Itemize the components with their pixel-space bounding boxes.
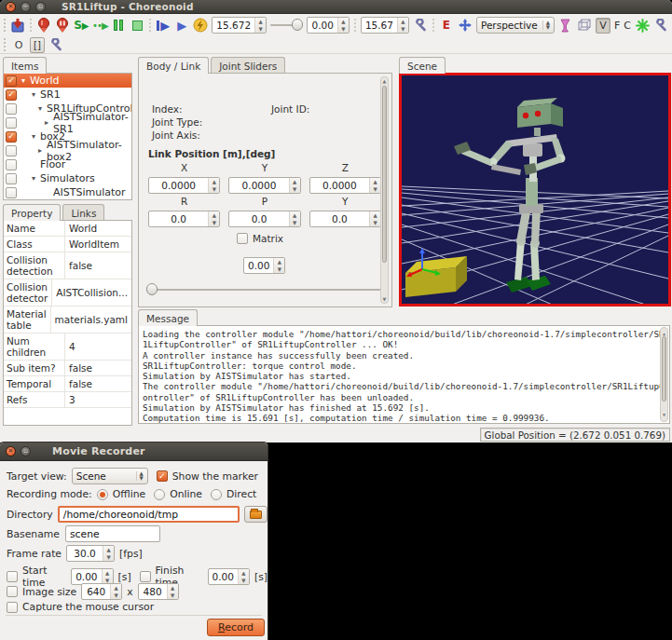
item-check[interactable] (6, 131, 17, 143)
capture-cursor-checkbox[interactable] (7, 602, 18, 613)
tree-item-aistsimulator-box2[interactable]: ▸ AISTSimulator-box2 (4, 143, 131, 157)
tab-links[interactable]: Links (62, 204, 104, 220)
item-check[interactable] (6, 145, 17, 157)
vertex-toggle-button[interactable]: V (596, 18, 610, 34)
record-button[interactable]: Record (207, 619, 265, 636)
time-sync-icon[interactable] (193, 17, 208, 34)
item-check[interactable] (6, 117, 17, 129)
property-value[interactable]: false (65, 376, 131, 391)
stop-simulation-icon[interactable] (130, 17, 144, 34)
offline-label[interactable]: Offline (113, 488, 145, 500)
tab-message[interactable]: Message (138, 309, 198, 326)
image-size-checkbox[interactable] (7, 586, 18, 597)
collision-lines-icon[interactable] (558, 17, 573, 34)
current-time-spinbox[interactable]: 15.672 ▲▼ (212, 17, 267, 34)
start-time-checkbox[interactable] (7, 571, 18, 582)
dialog-titlebar[interactable]: ✕ ▫ Movie Recorder (0, 443, 267, 461)
joint-slider-knob[interactable] (146, 283, 158, 295)
item-check[interactable] (6, 89, 17, 101)
min-time-value[interactable]: 0.00 (308, 18, 336, 33)
timebar-config-icon[interactable] (413, 17, 428, 34)
property-row[interactable]: Collision detectionfalse (4, 252, 131, 279)
start-simulation-icon[interactable] (36, 17, 51, 34)
scrollbar-thumb[interactable] (382, 86, 387, 263)
tab-joint-sliders[interactable]: Joint Sliders (211, 57, 285, 73)
camera-select-combo[interactable]: Perspective ▲▼ (476, 17, 555, 34)
bodylink-scrollbar[interactable]: ▲ ▼ (380, 76, 389, 304)
expand-arrow[interactable]: ▸ (36, 146, 44, 155)
message-scrollbar[interactable]: ▲ ▼ (660, 327, 668, 422)
kinematics-config-icon[interactable] (48, 36, 63, 53)
property-row[interactable]: Sub item?false (4, 361, 131, 376)
finish-time-checkbox[interactable] (140, 571, 151, 582)
item-check[interactable] (6, 75, 17, 87)
image-width-spinbox[interactable]: 640▲▼ (81, 583, 122, 600)
polygon-mode-icon[interactable] (577, 17, 592, 34)
property-row[interactable]: Material tablematerials.yaml (4, 306, 131, 334)
expand-arrow[interactable]: ▾ (20, 76, 27, 85)
pitch-spinbox[interactable]: 0.0▲▼ (228, 211, 300, 227)
online-label[interactable]: Online (170, 488, 202, 500)
x-position-spinbox[interactable]: 0.0000▲▼ (148, 177, 220, 194)
property-value[interactable]: AISTCollision... (52, 279, 131, 306)
window-titlebar[interactable]: ✕ − ▫ SR1Liftup - Choreonoid (0, 0, 672, 14)
max-time-value[interactable]: 15.67 (362, 18, 397, 33)
quaternion-spinbox[interactable]: 0.00▲▼ (243, 257, 285, 274)
toolbar-grip[interactable] (4, 38, 7, 51)
property-table[interactable]: NameWorld ClassWorldItem Collision detec… (3, 220, 132, 426)
tree-item-simulators[interactable]: ▾ Simulators (4, 171, 131, 185)
tab-scene[interactable]: Scene (399, 57, 446, 74)
expand-arrow[interactable]: ▾ (30, 132, 37, 141)
property-row[interactable]: Collision detectorAISTCollision... (4, 279, 131, 306)
time-slider[interactable] (270, 18, 303, 33)
window-close-button[interactable]: ✕ (6, 2, 16, 12)
item-check[interactable] (6, 187, 17, 198)
tab-items[interactable]: Items (3, 57, 47, 74)
tree-item-sr1[interactable]: ▾ SR1 (4, 88, 131, 102)
property-value[interactable]: WorldItem (65, 237, 131, 252)
refresh-view-icon[interactable] (635, 17, 650, 34)
show-marker-checkbox[interactable] (157, 470, 168, 482)
target-view-combo[interactable]: Scene ▲▼ (72, 468, 148, 484)
basename-input[interactable]: scene (65, 525, 160, 542)
tree-item-aistsimulator[interactable]: AISTSimulator (4, 185, 131, 199)
property-value[interactable]: 3 (65, 392, 131, 407)
property-value[interactable]: false (65, 252, 131, 279)
dialog-close-button[interactable]: ✕ (6, 446, 16, 456)
dialog-maximize-button[interactable]: ▫ (21, 446, 31, 456)
property-value[interactable]: World (65, 221, 131, 236)
z-position-spinbox[interactable]: 0.0000▲▼ (309, 177, 381, 194)
yaw-spinbox[interactable]: 0.0▲▼ (309, 211, 381, 227)
joint-slider[interactable] (146, 282, 381, 297)
item-check[interactable] (6, 173, 17, 184)
directory-input[interactable]: /home/choreonoid/tmp (58, 506, 240, 523)
y-position-spinbox[interactable]: 0.0000▲▼ (228, 177, 300, 194)
property-row[interactable]: ClassWorldItem (4, 237, 131, 252)
window-maximize-button[interactable]: ▫ (35, 2, 46, 12)
tree-item-world[interactable]: ▾ World (4, 74, 131, 88)
property-value[interactable]: 4 (65, 334, 131, 360)
save-project-icon[interactable] (10, 17, 25, 34)
offline-radio[interactable] (97, 489, 108, 500)
max-time-spinbox[interactable]: 15.67 ▲▼ (361, 17, 409, 34)
min-time-spinbox[interactable]: 0.00 ▲▼ (307, 17, 349, 34)
direct-radio[interactable] (211, 489, 222, 500)
expand-arrow[interactable]: ▾ (30, 174, 37, 183)
expand-arrow[interactable]: ▾ (36, 104, 44, 113)
view-translation-icon[interactable] (458, 17, 473, 34)
online-radio[interactable] (154, 489, 165, 500)
roll-spinbox[interactable]: 0.0▲▼ (148, 211, 220, 227)
image-height-spinbox[interactable]: 480▲▼ (138, 583, 179, 600)
time-slider-knob[interactable] (292, 19, 303, 31)
browse-folder-button[interactable] (244, 506, 267, 523)
scenebar-config-icon[interactable] (653, 17, 668, 34)
tab-property[interactable]: Property (3, 204, 61, 221)
expand-arrow[interactable]: ▾ (30, 90, 37, 99)
resume-simulation-icon[interactable]: S▶ (74, 17, 89, 34)
play-icon[interactable]: ▶ (174, 17, 189, 34)
edit-mode-icon[interactable]: E (439, 17, 454, 34)
item-check[interactable] (6, 159, 17, 170)
property-row[interactable]: NameWorld (4, 221, 131, 237)
scrollbar-thumb[interactable] (662, 336, 666, 402)
item-tree-panel[interactable]: ▾ World ▾ SR1 ▾ SR1LiftupController ▸ AI… (3, 73, 132, 200)
